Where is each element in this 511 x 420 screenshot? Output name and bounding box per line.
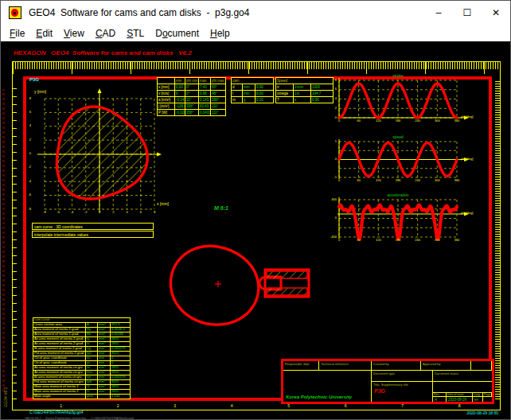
table-row: P [W]-0,0283358°0,0433111° <box>158 110 226 116</box>
chart-xtick: 240 <box>413 179 423 182</box>
close-button[interactable]: ✕ <box>482 1 510 25</box>
empty-cell <box>433 382 492 393</box>
chart-xtick: 360 <box>452 119 462 122</box>
title-block-sub-value: 2020-08-29 <box>447 397 473 402</box>
chart-title-acceleration: acceleration <box>339 192 457 197</box>
chart-ytick: 8 <box>322 79 337 82</box>
chart-xtick: 240 <box>413 239 423 242</box>
profile-xtick: 4 <box>123 211 131 214</box>
menu-item-file[interactable]: File <box>4 28 30 39</box>
cam-mechanism-drawing <box>168 234 323 337</box>
profile-xtick: -6 <box>54 211 62 214</box>
menu-item-cad[interactable]: CAD <box>90 28 121 39</box>
diagram-charts <box>331 76 486 247</box>
table-row: a [m/s²]-0,14311°0,143280° <box>158 97 226 103</box>
chart-xtick: 120 <box>373 119 383 122</box>
table-row: Main anglephi0°1,140 <box>33 395 131 399</box>
zone-number: 1 <box>33 403 90 408</box>
profile-label: P3G <box>29 77 39 82</box>
table-row: Ax.area moment of inertia ctr.grv.Iximm⁴… <box>33 366 131 371</box>
table-row: Ax.area moment of inertia 2.gradIymm⁴181… <box>33 337 131 342</box>
chart-ytick: 1 <box>322 140 337 143</box>
zone-number: 6 <box>318 403 375 408</box>
scale-note: M 6:1 <box>214 205 228 211</box>
chart-xtick: 60 <box>354 179 364 182</box>
cam-dimensions-table: camdmm3,00lmm8,00mg0,10 <box>231 77 274 103</box>
profile-xtick: -2 <box>82 211 90 214</box>
title-block-sub-value: en <box>473 397 483 402</box>
chart-x-axis-label: phi [deg] <box>461 115 473 119</box>
chart-xtick: 0 <box>334 239 344 242</box>
zone-number: 8 <box>431 403 489 408</box>
top-ruler-major-ticks <box>13 62 499 74</box>
table-row: mg0,10 <box>232 97 274 103</box>
chart-xtick: 360 <box>452 239 462 242</box>
table-row: omega1/s104,7 <box>276 91 334 97</box>
profile-ytick: -6 <box>21 193 31 196</box>
title-block-sub-value: A <box>433 397 447 402</box>
chart-xtick: 180 <box>393 119 403 122</box>
menu-item-view[interactable]: View <box>58 28 90 39</box>
profile-xtick: 6 <box>137 211 145 214</box>
title-block-header <box>471 361 492 371</box>
profile-xtick: 0 <box>96 211 103 214</box>
chart-ytick: 400 <box>322 198 337 201</box>
table-row: Pol.area moment of inertia 2.gradIp0mm⁴3… <box>33 352 131 356</box>
chart-xtick: 180 <box>393 239 403 242</box>
profile-ytick: 4 <box>21 124 31 127</box>
organization-name: Korea Polytechnic University <box>286 395 352 399</box>
x-axis-arrow <box>157 153 162 157</box>
follower-guide-hatch-top <box>267 271 307 278</box>
extrema-table: minphi minmaxphi maxs [mm]0,000°7,4365°v… <box>157 77 226 116</box>
table-row: Bi.area moment of inertia ctr.grv.Ixemm⁴… <box>33 375 131 380</box>
file-path-text: C:\GEO4\P3G\TRAIN\p3g.go4 <box>29 410 84 415</box>
menu-item-stl[interactable]: STL <box>121 28 150 39</box>
properties-table-grid: cam curveCross section areaAmm²151,5Area… <box>33 317 131 399</box>
zone-number: 3 <box>146 403 204 408</box>
profile-ytick: 2 <box>21 138 31 142</box>
footer-info-text: GEO4 V6.2 - Korea Polytechnic University… <box>25 417 502 420</box>
y-axis-arrow <box>98 88 102 93</box>
chart-xtick: 240 <box>413 119 423 122</box>
cam-disk-outline <box>170 246 258 325</box>
chart-ytick: 6 <box>322 88 337 91</box>
chart-xtick: 300 <box>432 239 442 242</box>
chart-xtick: 180 <box>393 179 403 182</box>
follower-guide-hatch-bottom <box>267 288 307 295</box>
profile-ytick: -4 <box>21 180 31 183</box>
menu-item-edit[interactable]: Edit <box>30 28 58 39</box>
maximize-button[interactable]: ☐ <box>453 1 482 25</box>
table-row: j [m/s³]-128,4358°60,43111° <box>158 103 226 110</box>
menu-item-document[interactable]: Document <box>150 28 205 39</box>
zone-number: 7 <box>374 403 431 408</box>
chart-title-speed: speed <box>339 134 457 139</box>
menu-item-help[interactable]: Help <box>205 28 236 39</box>
zone-number: 2 <box>90 403 147 408</box>
title-block-header: Approved by <box>421 361 471 371</box>
chart-ytick: 0 <box>322 216 337 220</box>
table-row: Bi.area moment of inertia 2.gradIxymm⁴0,… <box>33 347 131 352</box>
title-block-header: Responsibil. dept <box>283 361 319 371</box>
info-box-1: cam curve : 3D coordinates <box>32 223 154 230</box>
profile-xtick: -8 <box>41 211 49 214</box>
window-controls: – ☐ ✕ <box>424 1 510 25</box>
zone-number: 5 <box>260 403 318 408</box>
banner-text: HEXAGON GEO4 Software for cams and cam d… <box>14 49 192 56</box>
chart-xtick: 0 <box>334 179 344 182</box>
cam-profile-plot <box>31 87 162 214</box>
minimize-button[interactable]: – <box>424 1 453 25</box>
table-row: Ax.area moment of inertia ctr.grv.Ietamm… <box>33 371 131 375</box>
title-block-header: Created by <box>372 361 421 371</box>
cam-table-grid: camdmm3,00lmm8,00mg0,10 <box>231 77 274 103</box>
chart-xtick: 120 <box>373 239 383 242</box>
chart-x-axis-label: phi [deg] <box>461 158 473 161</box>
info-box-2: interpolate intermediate values <box>32 231 154 238</box>
chart-ytick: 0 <box>322 158 337 161</box>
title-block-header: Technical reference <box>319 361 372 371</box>
title-block-sub-value <box>483 397 492 402</box>
drawing-canvas[interactable]: HEXAGON GEO4 Software for cams and cam d… <box>1 41 511 420</box>
profile-ytick: 0 <box>21 152 31 155</box>
profile-ytick: 6 <box>21 111 31 114</box>
table-row: dmm3,00 <box>232 84 274 91</box>
profile-xtick: -4 <box>68 211 76 214</box>
